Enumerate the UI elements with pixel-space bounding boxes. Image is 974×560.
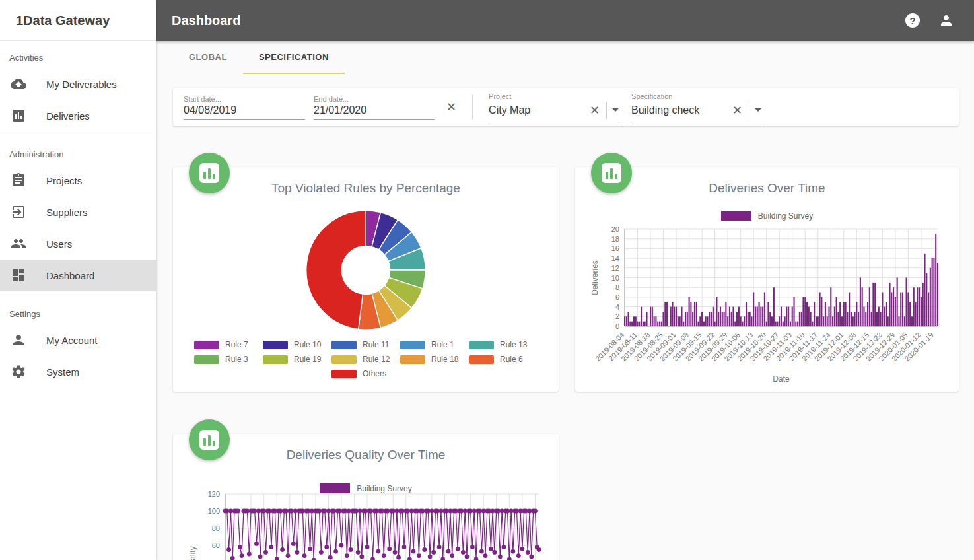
svg-text:Quality: Quality xyxy=(188,546,197,560)
legend-label: Others xyxy=(363,369,386,378)
start-date-value[interactable]: 04/08/2019 xyxy=(184,104,305,116)
sidebar-item-suppliers[interactable]: Suppliers xyxy=(0,196,156,228)
clear-specification-icon[interactable]: ✕ xyxy=(731,104,744,116)
donut-slice-others[interactable] xyxy=(306,211,366,330)
nav-section-activities: Activities My Deliverables Deliveries xyxy=(0,41,156,137)
specification-value[interactable]: Building check xyxy=(631,104,731,116)
specification-label: Specification xyxy=(631,92,761,100)
legend-label: Rule 6 xyxy=(500,355,523,364)
chart-badge-icon xyxy=(189,153,230,193)
legend-item-rule-6: Rule 6 xyxy=(469,352,538,367)
help-icon[interactable]: ? xyxy=(905,13,920,28)
filter-bar: Start date... 04/08/2019 End date... 21/… xyxy=(173,88,959,126)
legend-item-rule-1: Rule 1 xyxy=(400,337,469,352)
line-chart[interactable]: 020406080100120Quality xyxy=(173,491,559,560)
chart-badge-icon xyxy=(591,153,632,193)
sidebar-item-projects[interactable]: Projects xyxy=(0,164,156,196)
project-value[interactable]: City Map xyxy=(489,104,588,116)
legend-swatch xyxy=(400,355,425,364)
chart-title: Deliveries Over Time xyxy=(575,181,959,195)
donut-chart[interactable] xyxy=(303,207,429,333)
donut-legend: Rule 7 Rule 10 Rule 11 Rule 1 Rule 13 Ru… xyxy=(189,337,543,381)
legend-swatch xyxy=(194,355,219,364)
project-label: Project xyxy=(489,92,619,100)
start-date-field[interactable]: Start date... 04/08/2019 xyxy=(184,95,305,120)
legend-label: Rule 12 xyxy=(363,355,390,364)
clear-project-icon[interactable]: ✕ xyxy=(588,104,601,116)
legend-item-rule-11: Rule 11 xyxy=(331,337,400,352)
legend-label: Building Survey xyxy=(758,211,813,221)
sidebar-item-system[interactable]: System xyxy=(0,356,156,388)
legend-item-rule-3: Rule 3 xyxy=(194,352,263,367)
chart-badge-icon xyxy=(189,419,230,460)
bar-chart-icon xyxy=(11,108,26,123)
svg-text:100: 100 xyxy=(208,507,220,515)
deliveries-quality-card: Deliveries Quality Over Time Building Su… xyxy=(173,434,559,560)
legend-swatch xyxy=(331,355,357,364)
end-date-field[interactable]: End date... 21/01/2020 xyxy=(314,95,435,120)
sidebar-item-label: Projects xyxy=(46,175,82,186)
section-label: Settings xyxy=(0,297,156,324)
nav-section-settings: Settings My Account System xyxy=(0,297,156,393)
sidebar-item-dashboard[interactable]: Dashboard xyxy=(0,260,156,291)
svg-text:4: 4 xyxy=(615,303,619,311)
sidebar-item-deliveries[interactable]: Deliveries xyxy=(0,100,156,131)
nav-section-administration: Administration Projects Suppliers Users … xyxy=(0,137,156,297)
project-dropdown-icon[interactable] xyxy=(612,108,619,112)
sidebar-item-my-account[interactable]: My Account xyxy=(0,324,156,356)
legend-item-rule-13: Rule 13 xyxy=(469,337,538,352)
account-icon[interactable] xyxy=(938,13,954,28)
svg-text:0: 0 xyxy=(615,322,619,330)
sidebar-item-label: My Deliverables xyxy=(46,79,117,90)
clipboard-icon xyxy=(11,172,26,188)
svg-text:18: 18 xyxy=(611,235,619,243)
specification-dropdown-icon[interactable] xyxy=(755,108,761,112)
deliveries-over-time-card: Deliveries Over Time Building Survey 024… xyxy=(575,167,959,392)
tab-specification[interactable]: SPECIFICATION xyxy=(243,41,345,74)
sidebar-nav: Activities My Deliverables Deliveries Ad… xyxy=(0,41,156,393)
legend-label: Rule 10 xyxy=(294,340,321,349)
charts-grid: Top Violated Rules by Percentage Rule 7 … xyxy=(173,167,959,560)
start-date-label: Start date... xyxy=(184,95,305,103)
legend-swatch xyxy=(331,370,357,378)
clear-dates-icon[interactable]: ✕ xyxy=(445,101,458,113)
svg-text:8: 8 xyxy=(615,283,619,291)
legend-label: Rule 1 xyxy=(431,340,454,349)
sidebar-item-users[interactable]: Users xyxy=(0,228,156,260)
legend-label: Rule 7 xyxy=(225,340,248,349)
tab-bar: GLOBALSPECIFICATION xyxy=(173,41,974,74)
legend-item-others: Others xyxy=(331,367,400,381)
legend-swatch xyxy=(194,341,219,349)
legend-item-rule-10: Rule 10 xyxy=(263,337,331,352)
svg-text:14: 14 xyxy=(611,254,619,262)
sidebar: 1Data Gateway Activities My Deliverables… xyxy=(0,0,156,560)
legend-swatch xyxy=(400,341,425,349)
sidebar-item-label: System xyxy=(46,367,79,378)
section-label: Activities xyxy=(0,41,156,68)
end-date-value[interactable]: 21/01/2020 xyxy=(314,104,435,116)
sidebar-item-my-deliverables[interactable]: My Deliverables xyxy=(0,68,156,100)
svg-text:80: 80 xyxy=(212,524,220,532)
svg-text:Deliveries: Deliveries xyxy=(590,260,600,295)
legend-swatch xyxy=(469,355,494,364)
sidebar-item-label: Deliveries xyxy=(46,110,90,122)
legend-item-rule-7: Rule 7 xyxy=(194,337,263,352)
tab-global[interactable]: GLOBAL xyxy=(173,41,243,74)
specification-field[interactable]: Specification Building check ✕ xyxy=(631,92,761,122)
legend-swatch xyxy=(331,341,357,349)
project-field[interactable]: Project City Map ✕ xyxy=(489,92,619,122)
svg-text:120: 120 xyxy=(208,491,220,498)
legend-item-rule-12: Rule 12 xyxy=(331,352,400,367)
svg-text:Date: Date xyxy=(773,374,790,384)
legend-label: Rule 19 xyxy=(294,355,321,364)
series-legend: Building Survey xyxy=(575,211,959,221)
bar-chart[interactable]: 024681012141618202019-08-042019-08-11201… xyxy=(575,226,959,392)
end-date-label: End date... xyxy=(314,95,435,103)
chart-title: Top Violated Rules by Percentage xyxy=(173,181,559,195)
svg-text:2: 2 xyxy=(615,312,619,320)
gear-icon xyxy=(11,364,26,380)
legend-item-rule-19: Rule 19 xyxy=(263,352,331,367)
svg-text:10: 10 xyxy=(611,274,619,282)
filter-divider xyxy=(472,94,473,120)
main-column: Dashboard ? GLOBALSPECIFICATION Start da… xyxy=(156,0,974,560)
